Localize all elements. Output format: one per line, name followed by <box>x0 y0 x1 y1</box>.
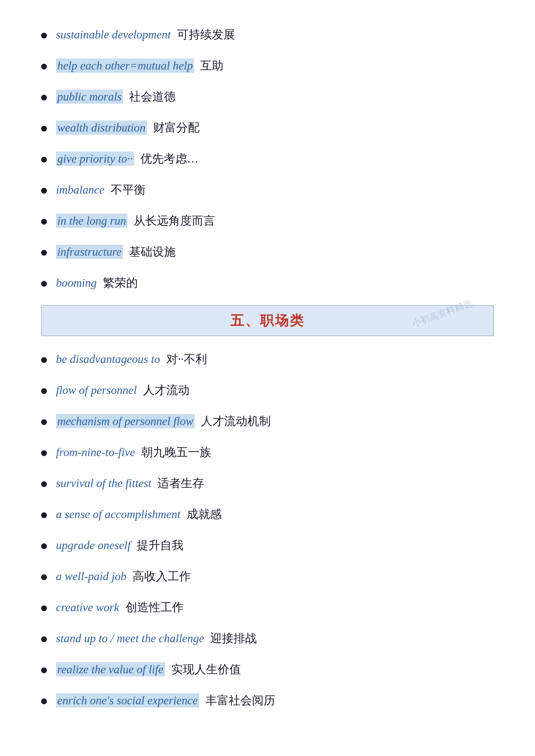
list-item: from-nine-to-five 朝九晚五一族 <box>41 444 494 461</box>
bullet-dot <box>41 219 47 225</box>
cn-translation: 社会道德 <box>129 90 176 103</box>
cn-translation: 迎接排战 <box>210 632 257 645</box>
list-item: be disadvantageous to 对··不利 <box>41 350 494 368</box>
bullet-dot <box>41 450 47 456</box>
cn-translation: 互助 <box>200 59 223 72</box>
cn-translation: 人才流动机制 <box>201 415 271 428</box>
section-five-title: 五、职场类 <box>230 313 305 328</box>
cn-translation: 从长远角度而言 <box>134 214 215 227</box>
bullet-dot <box>41 606 47 611</box>
en-phrase: help each other=mutual help <box>56 59 194 73</box>
bullet-dot <box>41 281 47 287</box>
bullet-dot <box>41 250 47 256</box>
cn-translation: 丰富社会阅历 <box>205 694 275 707</box>
bullet-dot <box>41 64 47 69</box>
bullet-dot <box>41 419 47 425</box>
en-phrase: mechanism of personnel flow <box>56 414 195 428</box>
bullet-dot <box>41 188 47 194</box>
cn-translation: 高收入工作 <box>133 570 191 583</box>
en-phrase: enrich one's social experience <box>56 693 199 708</box>
list-item: mechanism of personnel flow 人才流动机制 <box>41 413 494 430</box>
en-phrase: booming <box>56 276 97 289</box>
list-item: wealth distribution 财富分配 <box>41 119 494 136</box>
page-content: sustainable development 可持续发展 help each … <box>41 26 494 709</box>
list-item: booming 繁荣的 <box>41 274 494 291</box>
bullet-dot <box>41 95 47 100</box>
list-item: flow of personnel 人才流动 <box>41 381 494 399</box>
cn-translation: 可持续发展 <box>177 28 235 41</box>
list-item: realize the value of life 实现人生价值 <box>41 661 494 678</box>
bullet-dot <box>41 126 47 132</box>
cn-translation: 优先考虑… <box>140 152 199 165</box>
en-phrase: from-nine-to-five <box>56 446 135 459</box>
section-five-header: 五、职场类 小初高资料精选 <box>41 305 494 336</box>
list-item: stand up to / meet the challenge 迎接排战 <box>41 630 494 647</box>
list-item: infrastructure 基础设施 <box>41 243 494 260</box>
list-item: in the long run 从长远角度而言 <box>41 212 494 230</box>
en-phrase: flow of personnel <box>56 384 137 396</box>
list-item: help each other=mutual help 互助 <box>41 57 494 74</box>
list-item: public morals 社会道德 <box>41 88 494 105</box>
en-phrase: stand up to / meet the challenge <box>56 632 204 645</box>
cn-translation: 适者生存 <box>157 477 204 490</box>
bullet-dot <box>41 636 47 642</box>
en-phrase: a sense of accomplishment <box>56 508 181 521</box>
list-item: creative work 创造性工作 <box>41 599 494 616</box>
en-phrase: imbalance <box>56 183 104 196</box>
en-phrase: creative work <box>56 601 119 614</box>
bullet-dot <box>41 512 47 518</box>
cn-translation: 对··不利 <box>166 353 207 365</box>
list-item: a well-paid job 高收入工作 <box>41 568 494 585</box>
en-phrase: survival of the fittest <box>56 477 152 490</box>
cn-translation: 创造性工作 <box>126 601 184 614</box>
en-phrase: infrastructure <box>56 245 123 259</box>
top-bullet-list: sustainable development 可持续发展 help each … <box>41 26 494 291</box>
bullet-dot <box>41 157 47 163</box>
en-phrase: upgrade oneself <box>56 539 131 552</box>
bullet-dot <box>41 698 47 704</box>
cn-translation: 财富分配 <box>153 121 200 134</box>
bullet-dot <box>41 357 47 363</box>
bullet-dot <box>41 33 47 39</box>
cn-translation: 基础设施 <box>129 245 176 258</box>
list-item: survival of the fittest 适者生存 <box>41 474 494 492</box>
list-item: a sense of accomplishment 成就感 <box>41 505 494 523</box>
en-phrase: be disadvantageous to <box>56 353 160 365</box>
cn-translation: 提升自我 <box>137 539 183 552</box>
bullet-dot <box>41 543 47 549</box>
bullet-dot <box>41 388 47 394</box>
list-item: upgrade oneself 提升自我 <box>41 536 494 554</box>
en-phrase: realize the value of life <box>56 662 165 677</box>
bullet-dot <box>41 481 47 487</box>
section-five-bullet-list: be disadvantageous to 对··不利 flow of pers… <box>41 350 494 709</box>
cn-translation: 人才流动 <box>143 384 189 396</box>
cn-translation: 不平衡 <box>111 183 146 196</box>
cn-translation: 成就感 <box>187 508 222 521</box>
cn-translation: 实现人生价值 <box>171 663 241 676</box>
cn-translation: 繁荣的 <box>103 276 138 289</box>
bullet-dot <box>41 574 47 580</box>
list-item: give priority to·· 优先考虑… <box>41 150 494 167</box>
list-item: sustainable development 可持续发展 <box>41 26 494 43</box>
list-item: enrich one's social experience 丰富社会阅历 <box>41 692 494 709</box>
en-phrase: give priority to·· <box>56 151 134 166</box>
list-item: imbalance 不平衡 <box>41 181 494 199</box>
watermark: 小初高资料精选 <box>410 297 474 330</box>
cn-translation: 朝九晚五一族 <box>141 446 211 459</box>
bullet-dot <box>41 667 47 673</box>
en-phrase: in the long run <box>56 214 127 228</box>
en-phrase: wealth distribution <box>56 121 147 135</box>
en-phrase: public morals <box>56 90 123 104</box>
en-phrase: sustainable development <box>56 28 171 41</box>
en-phrase: a well-paid job <box>56 570 127 583</box>
